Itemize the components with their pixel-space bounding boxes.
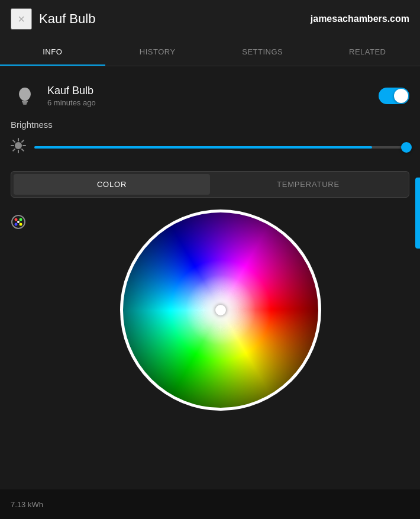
energy-text: 7.13 kWh bbox=[11, 500, 43, 509]
color-wheel-container[interactable] bbox=[32, 209, 409, 411]
close-icon: × bbox=[18, 12, 25, 26]
svg-line-12 bbox=[13, 149, 15, 151]
device-row: Kauf Bulb 6 minutes ago bbox=[11, 77, 409, 120]
toggle-knob bbox=[394, 89, 408, 103]
svg-point-18 bbox=[17, 221, 20, 223]
svg-line-9 bbox=[13, 140, 15, 142]
svg-rect-3 bbox=[23, 104, 27, 105]
content-area: Kauf Bulb 6 minutes ago Brightness bbox=[0, 66, 420, 421]
svg-point-17 bbox=[20, 223, 22, 226]
svg-line-11 bbox=[22, 140, 24, 142]
tab-related[interactable]: RELATED bbox=[315, 38, 421, 66]
brightness-fill bbox=[34, 146, 372, 149]
svg-point-0 bbox=[19, 88, 31, 101]
svg-line-10 bbox=[22, 149, 24, 151]
header: × Kauf Bulb jamesachambers.com bbox=[0, 0, 420, 38]
palette-icon bbox=[11, 214, 26, 233]
temperature-tab-button[interactable]: TEMPERATURE bbox=[210, 174, 406, 195]
bottom-bar: 7.13 kWh bbox=[0, 489, 420, 519]
color-section bbox=[11, 209, 409, 411]
brightness-thumb bbox=[401, 142, 412, 153]
device-time: 6 minutes ago bbox=[47, 98, 379, 107]
brightness-label: Brightness bbox=[11, 120, 409, 130]
site-watermark: jamesachambers.com bbox=[311, 14, 409, 24]
color-temp-toggle: COLOR TEMPERATURE bbox=[11, 171, 409, 198]
close-button[interactable]: × bbox=[11, 8, 32, 30]
power-toggle[interactable] bbox=[379, 88, 409, 104]
tabs-bar: INFO HISTORY SETTINGS RELATED bbox=[0, 38, 420, 66]
svg-point-14 bbox=[15, 218, 18, 221]
bulb-icon bbox=[11, 82, 39, 110]
svg-rect-2 bbox=[22, 102, 27, 104]
brightness-icon bbox=[11, 138, 26, 157]
svg-rect-1 bbox=[22, 101, 28, 102]
color-tab-button[interactable]: COLOR bbox=[14, 174, 210, 195]
window-title: Kauf Bulb bbox=[39, 11, 95, 27]
svg-point-16 bbox=[15, 223, 18, 226]
tab-history[interactable]: HISTORY bbox=[105, 38, 211, 66]
svg-point-4 bbox=[15, 142, 22, 149]
device-info: Kauf Bulb 6 minutes ago bbox=[47, 85, 379, 107]
brightness-row bbox=[11, 138, 409, 157]
color-wheel[interactable] bbox=[120, 209, 321, 411]
tab-settings[interactable]: SETTINGS bbox=[210, 38, 315, 66]
tab-info[interactable]: INFO bbox=[0, 38, 105, 66]
svg-point-15 bbox=[20, 218, 22, 221]
right-edge-bar bbox=[415, 178, 420, 249]
device-name: Kauf Bulb bbox=[47, 85, 379, 97]
brightness-slider[interactable] bbox=[34, 146, 409, 149]
